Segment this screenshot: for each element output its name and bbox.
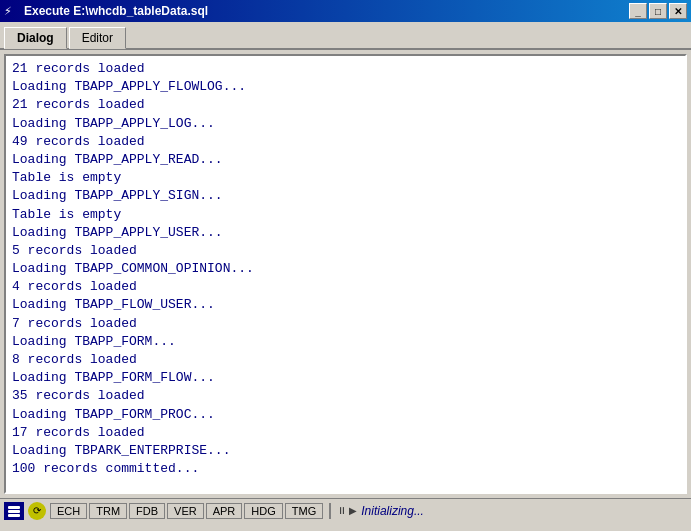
pause-icon[interactable]: ⏸ [337, 505, 347, 516]
play-icon[interactable]: ▶ [349, 505, 357, 516]
status-text: Initializing... [361, 504, 424, 518]
maximize-button[interactable]: □ [649, 3, 667, 19]
log-line: 4 records loaded [12, 278, 679, 296]
log-line: Loading TBAPP_APPLY_LOG... [12, 115, 679, 133]
tab-editor[interactable]: Editor [69, 27, 126, 49]
title-bar: ⚡ Execute E:\whcdb_tableData.sql _ □ ✕ [0, 0, 691, 22]
status-segment[interactable]: APR [206, 503, 243, 519]
log-line: Loading TBAPP_APPLY_READ... [12, 151, 679, 169]
status-segment[interactable]: VER [167, 503, 204, 519]
log-line: Table is empty [12, 169, 679, 187]
log-line: 7 records loaded [12, 315, 679, 333]
playback-controls: ⏸ ▶ [337, 505, 357, 516]
status-segment[interactable]: ECH [50, 503, 87, 519]
window-controls: _ □ ✕ [629, 3, 687, 19]
log-line: 49 records loaded [12, 133, 679, 151]
status-segment[interactable]: HDG [244, 503, 282, 519]
log-line: 17 records loaded [12, 424, 679, 442]
tab-bar: Dialog Editor [0, 22, 691, 50]
log-line: Loading TBPARK_ENTERPRISE... [12, 442, 679, 460]
status-bar: ⟳ ECHTRMFDBVERAPRHDGTMG ⏸ ▶ Initializing… [0, 498, 691, 522]
log-line: Loading TBAPP_APPLY_USER... [12, 224, 679, 242]
content-area: 21 records loadedLoading TBAPP_APPLY_FLO… [4, 54, 687, 494]
log-line: 21 records loaded [12, 60, 679, 78]
close-button[interactable]: ✕ [669, 3, 687, 19]
log-line: Loading TBAPP_APPLY_FLOWLOG... [12, 78, 679, 96]
status-segments: ECHTRMFDBVERAPRHDGTMG [50, 503, 323, 519]
log-output[interactable]: 21 records loadedLoading TBAPP_APPLY_FLO… [6, 56, 685, 492]
status-segment[interactable]: TMG [285, 503, 323, 519]
svg-rect-0 [8, 506, 20, 509]
minimize-button[interactable]: _ [629, 3, 647, 19]
log-line: Loading TBAPP_COMMON_OPINION... [12, 260, 679, 278]
title-bar-left: ⚡ Execute E:\whcdb_tableData.sql [4, 3, 208, 19]
log-line: 21 records loaded [12, 96, 679, 114]
status-spinner: ⟳ [28, 502, 46, 520]
status-db-icon [4, 502, 24, 520]
log-line: 8 records loaded [12, 351, 679, 369]
app-icon: ⚡ [4, 3, 20, 19]
log-line: Loading TBAPP_FORM_PROC... [12, 406, 679, 424]
status-segment[interactable]: FDB [129, 503, 165, 519]
svg-rect-1 [8, 510, 20, 513]
svg-rect-2 [8, 514, 20, 517]
log-line: Loading TBAPP_APPLY_SIGN... [12, 187, 679, 205]
status-segment[interactable]: TRM [89, 503, 127, 519]
log-line: Loading TBAPP_FLOW_USER... [12, 296, 679, 314]
window-title: Execute E:\whcdb_tableData.sql [24, 4, 208, 18]
status-divider [329, 503, 331, 519]
log-line: Loading TBAPP_FORM_FLOW... [12, 369, 679, 387]
tab-dialog[interactable]: Dialog [4, 27, 67, 49]
log-line: 5 records loaded [12, 242, 679, 260]
log-line: 35 records loaded [12, 387, 679, 405]
log-line: Loading TBAPP_FORM... [12, 333, 679, 351]
log-line: 100 records committed... [12, 460, 679, 478]
log-line: Table is empty [12, 206, 679, 224]
